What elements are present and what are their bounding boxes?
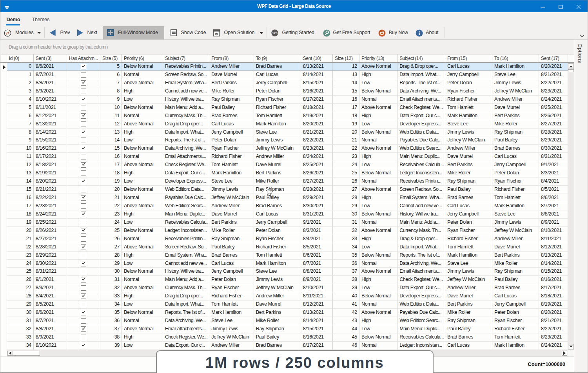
svg-text:i: i <box>418 30 420 36</box>
svg-text:∞: ∞ <box>215 31 218 36</box>
svg-text:123: 123 <box>272 31 278 34</box>
